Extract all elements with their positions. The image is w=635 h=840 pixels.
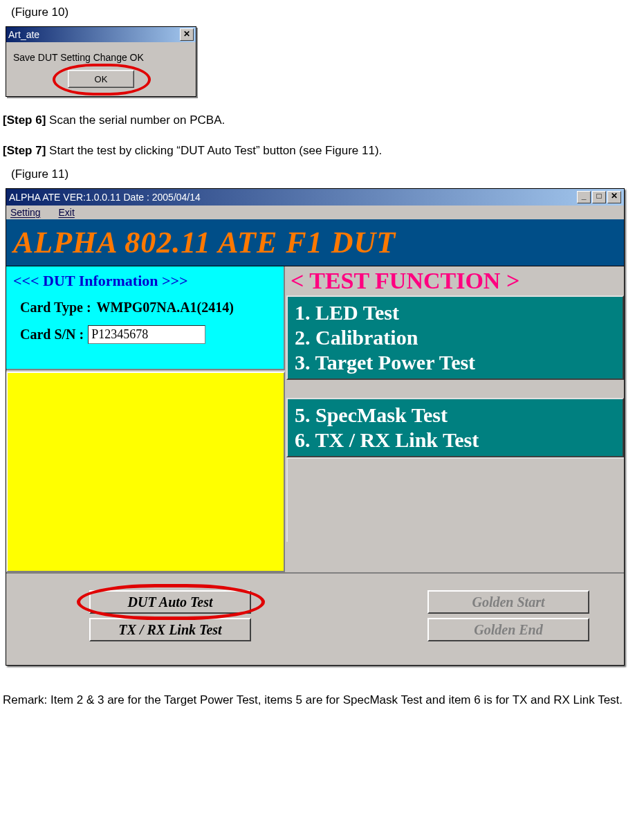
step6: [Step 6] Scan the serial number on PCBA. xyxy=(3,113,635,127)
menu-setting[interactable]: Setting xyxy=(10,207,41,218)
dialog1-message: Save DUT Setting Change OK xyxy=(13,52,189,70)
dut-info-header: <<< DUT Information >>> xyxy=(13,272,277,290)
dialog1-title: Art_ate xyxy=(8,29,39,40)
minimize-icon[interactable]: _ xyxy=(577,191,591,203)
func-target: 3. Target Power Test xyxy=(295,351,616,374)
ok-button[interactable]: OK xyxy=(68,70,134,88)
step6-text: Scan the serial number on PCBA. xyxy=(46,113,225,127)
dialog2-titlebar[interactable]: ALPHA ATE VER:1.0.0.11 Date : 2005/04/14… xyxy=(6,189,624,206)
dialog-ate-main: ALPHA ATE VER:1.0.0.11 Date : 2005/04/14… xyxy=(6,188,625,666)
menubar: Setting Exit xyxy=(6,206,624,219)
func-link: 6. TX / RX Link Test xyxy=(295,428,616,452)
step7-label: [Step 7] xyxy=(3,144,46,157)
dialog1-titlebar[interactable]: Art_ate ✕ xyxy=(6,27,196,42)
maximize-icon[interactable]: □ xyxy=(592,191,606,203)
step7-text: Start the test by clicking “DUT Auto Tes… xyxy=(46,144,382,157)
func-led: 1. LED Test xyxy=(295,301,616,325)
test-function-header: < TEST FUNCTION > xyxy=(286,266,624,295)
card-sn-input[interactable] xyxy=(88,325,205,344)
remark-text: Remark: Item 2 & 3 are for the Target Po… xyxy=(3,689,635,711)
test-function-list-b: 5. SpecMask Test 6. TX / RX Link Test xyxy=(286,398,624,457)
dialog-save-ok: Art_ate ✕ Save DUT Setting Change OK OK xyxy=(6,26,196,97)
golden-end-button[interactable]: Golden End xyxy=(427,618,589,641)
dialog2-title: ALPHA ATE VER:1.0.0.11 Date : 2005/04/14 xyxy=(9,192,201,203)
dut-auto-test-button[interactable]: DUT Auto Test xyxy=(89,590,251,614)
func-cal: 2. Calibration xyxy=(295,326,616,349)
test-function-list-a: 1. LED Test 2. Calibration 3. Target Pow… xyxy=(286,295,624,380)
close-icon[interactable]: ✕ xyxy=(180,28,194,41)
close-icon[interactable]: ✕ xyxy=(607,191,621,203)
banner: ALPHA 802.11 ATE F1 DUT xyxy=(6,219,624,266)
card-type-label: Card Type : xyxy=(20,300,91,316)
menu-exit[interactable]: Exit xyxy=(58,207,74,218)
figure11-caption: (Figure 11) xyxy=(11,167,635,181)
dut-info-panel: <<< DUT Information >>> Card Type : WMPG… xyxy=(6,266,285,370)
tx-rx-link-test-button[interactable]: TX / RX Link Test xyxy=(89,618,251,641)
golden-start-button[interactable]: Golden Start xyxy=(427,590,589,614)
status-panel xyxy=(6,372,285,572)
card-type-value: WMPG07NA.A1(2414) xyxy=(97,300,234,316)
func-specmask: 5. SpecMask Test xyxy=(295,403,616,427)
figure10-caption: (Figure 10) xyxy=(11,6,635,19)
step6-label: [Step 6] xyxy=(3,113,46,127)
step7: [Step 7] Start the test by clicking “DUT… xyxy=(3,144,635,158)
card-sn-label: Card S/N : xyxy=(20,327,84,343)
